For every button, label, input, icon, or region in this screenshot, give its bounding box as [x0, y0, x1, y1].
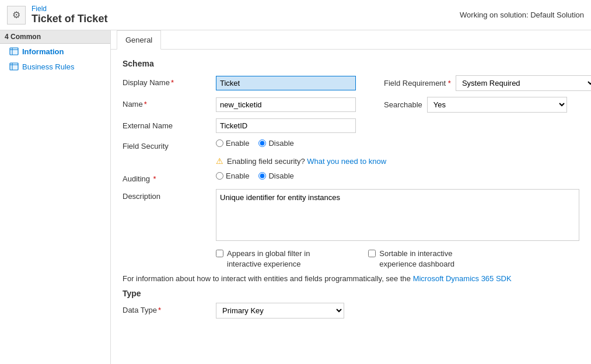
external-name-row: External Name	[123, 118, 579, 133]
field-requirement-select[interactable]: System Required Business Required Busine…	[456, 75, 591, 91]
field-security-enable-option[interactable]: Enable	[216, 139, 249, 148]
business-rules-label: Business Rules	[22, 62, 75, 71]
working-on-label: Working on solution: Default Solution	[460, 10, 584, 19]
field-security-warning: ⚠ Enabling field security? What you need…	[216, 156, 579, 166]
searchable-wrap: Searchable Yes No	[384, 97, 567, 113]
information-label: Information	[22, 47, 64, 56]
warning-icon: ⚠	[216, 156, 223, 166]
sidebar-item-business-rules[interactable]: Business Rules	[0, 59, 110, 74]
svg-rect-3	[10, 63, 18, 70]
field-req-wrap: Field Requirement * System Required Busi…	[384, 75, 591, 91]
sidebar-section-header: 4 Common	[0, 30, 110, 44]
name-row: Name* Searchable Yes No	[123, 97, 579, 113]
searchable-select[interactable]: Yes No	[427, 97, 567, 113]
business-rules-table-icon	[9, 62, 19, 71]
information-table-icon	[9, 47, 19, 56]
content-area: General Schema Display Name* Field Requi…	[111, 30, 591, 364]
schema-section-title: Schema	[123, 59, 579, 68]
auditing-controls: Enable Disable	[216, 172, 579, 180]
external-name-input[interactable]	[216, 118, 356, 133]
display-name-label: Display Name*	[123, 75, 216, 87]
field-security-disable-radio[interactable]	[258, 139, 266, 147]
sortable-label: Sortable in interactive experience dashb…	[379, 249, 454, 270]
main-area: 4 Common Information	[0, 30, 591, 364]
top-bar: ⚙ Field Ticket of Ticket Working on solu…	[0, 0, 591, 30]
info-link-row: For information about how to interact wi…	[123, 274, 579, 283]
description-wrap: Unique identifier for entity instances	[216, 189, 579, 243]
auditing-row: Auditing * Enable Disable	[123, 172, 579, 183]
gear-icon: ⚙	[7, 6, 26, 24]
external-name-label: External Name	[123, 118, 216, 130]
field-security-controls: Enable Disable	[216, 139, 579, 148]
display-name-row: Display Name* Field Requirement * System…	[123, 75, 579, 91]
name-input[interactable]	[216, 97, 356, 112]
sidebar: 4 Common Information	[0, 30, 111, 364]
sortable-checkbox-item: Sortable in interactive experience dashb…	[368, 249, 454, 270]
auditing-disable-option[interactable]: Disable	[258, 172, 293, 180]
checkboxes-section: Appears in global filter in interactive …	[123, 249, 579, 270]
form-content: Schema Display Name* Field Requirement *	[111, 50, 591, 334]
title-block: Field Ticket of Ticket	[32, 5, 107, 25]
description-label: Description	[123, 189, 216, 201]
type-section-title: Type	[123, 289, 579, 298]
sdk-link[interactable]: Microsoft Dynamics 365 SDK	[413, 274, 512, 283]
warning-link[interactable]: What you need to know	[307, 157, 386, 166]
auditing-enable-option[interactable]: Enable	[216, 172, 249, 180]
field-req-label: Field Requirement *	[384, 79, 451, 88]
field-label: Field	[32, 5, 107, 13]
auditing-disable-radio[interactable]	[258, 172, 266, 180]
data-type-row: Data Type* Primary Key	[123, 303, 579, 318]
data-type-select[interactable]: Primary Key	[216, 303, 344, 318]
sortable-checkbox[interactable]	[368, 250, 376, 257]
tab-general[interactable]: General	[117, 30, 161, 50]
name-label: Name*	[123, 97, 216, 108]
display-name-input[interactable]	[216, 76, 356, 90]
display-name-controls: Field Requirement * System Required Busi…	[216, 75, 591, 91]
field-security-disable-option[interactable]: Disable	[258, 139, 293, 148]
name-controls: Searchable Yes No	[216, 97, 579, 113]
external-name-controls	[216, 118, 579, 133]
data-type-label: Data Type*	[123, 303, 216, 314]
checkbox-pair: Appears in global filter in interactive …	[216, 249, 579, 270]
description-textarea[interactable]: Unique identifier for entity instances	[216, 189, 579, 241]
auditing-radio-group: Enable Disable	[216, 172, 294, 180]
top-left: ⚙ Field Ticket of Ticket	[7, 5, 107, 25]
auditing-label: Auditing *	[123, 172, 216, 183]
global-filter-label: Appears in global filter in interactive …	[227, 249, 310, 270]
warning-text: Enabling field security? What you need t…	[227, 157, 386, 166]
global-filter-checkbox[interactable]	[216, 250, 223, 257]
searchable-label: Searchable	[384, 100, 422, 109]
tabs-bar: General	[111, 30, 591, 50]
global-filter-checkbox-item: Appears in global filter in interactive …	[216, 249, 310, 270]
data-type-controls: Primary Key	[216, 303, 579, 318]
field-security-row: Field Security Enable Disable	[123, 139, 579, 150]
field-security-label: Field Security	[123, 139, 216, 150]
field-security-enable-radio[interactable]	[216, 139, 223, 147]
auditing-enable-radio[interactable]	[216, 172, 223, 180]
description-row: Description Unique identifier for entity…	[123, 189, 579, 243]
sidebar-item-information[interactable]: Information	[0, 44, 110, 59]
field-security-radio-group: Enable Disable	[216, 139, 294, 148]
page-title: Ticket of Ticket	[32, 13, 107, 25]
svg-rect-0	[10, 48, 18, 55]
